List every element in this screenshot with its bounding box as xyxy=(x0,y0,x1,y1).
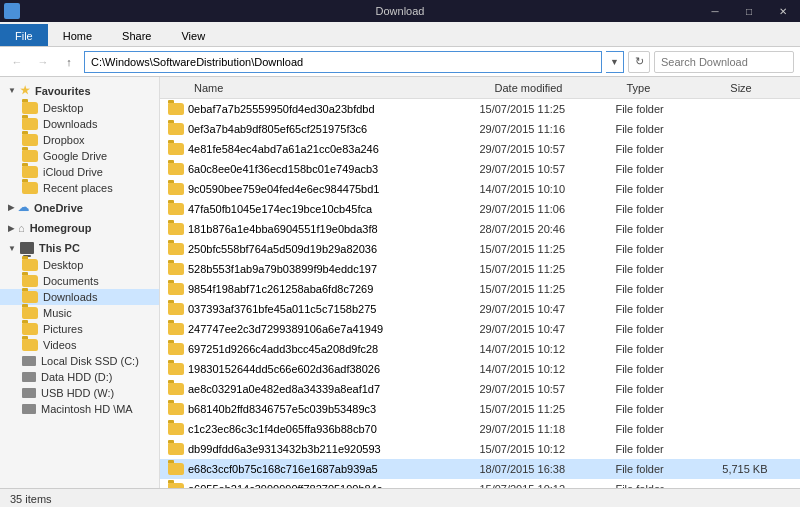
sidebar-item-documents[interactable]: Documents xyxy=(0,273,159,289)
file-date: 29/07/2015 10:57 xyxy=(479,383,615,395)
table-row[interactable]: 19830152644dd5c66e602d36adf38026 14/07/2… xyxy=(160,359,800,379)
table-row[interactable]: 6a0c8ee0e41f36ecd158bc01e749acb3 29/07/2… xyxy=(160,159,800,179)
sidebar-item-label: Local Disk SSD (C:) xyxy=(41,355,139,367)
folder-icon xyxy=(168,283,184,295)
sidebar-item-desktop-pc[interactable]: Desktop xyxy=(0,257,159,273)
address-input[interactable] xyxy=(84,51,602,73)
sidebar-group-homegroup[interactable]: ▶ ⌂ Homegroup xyxy=(0,219,159,237)
file-name: ae8c03291a0e482ed8a34339a8eaf1d7 xyxy=(188,383,479,395)
col-header-type[interactable]: Type xyxy=(620,82,724,94)
tab-share[interactable]: Share xyxy=(107,24,166,46)
table-row[interactable]: 4e81fe584ec4abd7a61a21cc0e83a246 29/07/2… xyxy=(160,139,800,159)
table-row[interactable]: 247747ee2c3d7299389106a6e7a41949 29/07/2… xyxy=(160,319,800,339)
title-bar-buttons: ─ □ ✕ xyxy=(698,0,800,22)
table-row[interactable]: c1c23ec86c3c1f4de065ffa936b88cb70 29/07/… xyxy=(160,419,800,439)
folder-icon xyxy=(168,103,184,115)
sidebar-item-downloads-fav[interactable]: Downloads xyxy=(0,116,159,132)
table-row[interactable]: 697251d9266c4add3bcc45a208d9fc28 14/07/2… xyxy=(160,339,800,359)
sidebar-item-google-drive[interactable]: Google Drive xyxy=(0,148,159,164)
table-row[interactable]: 181b876a1e4bba6904551f19e0bda3f8 28/07/2… xyxy=(160,219,800,239)
sidebar-item-music[interactable]: Music xyxy=(0,305,159,321)
file-date: 29/07/2015 11:06 xyxy=(479,203,615,215)
col-header-size[interactable]: Size xyxy=(724,82,800,94)
table-row[interactable]: db99dfdd6a3e9313432b3b211e920593 15/07/2… xyxy=(160,439,800,459)
table-row[interactable]: 47fa50fb1045e174ec19bce10cb45fca 29/07/2… xyxy=(160,199,800,219)
sidebar-item-desktop-fav[interactable]: Desktop xyxy=(0,100,159,116)
sidebar-item-usb-hdd-w[interactable]: USB HDD (W:) xyxy=(0,385,159,401)
table-row[interactable]: b68140b2ffd8346757e5c039b53489c3 15/07/2… xyxy=(160,399,800,419)
table-row[interactable]: ae8c03291a0e482ed8a34339a8eaf1d7 29/07/2… xyxy=(160,379,800,399)
sidebar-group-onedrive[interactable]: ▶ ☁ OneDrive xyxy=(0,198,159,217)
folder-icon xyxy=(22,118,38,130)
col-header-name[interactable]: Name xyxy=(188,82,489,94)
folder-icon xyxy=(22,134,38,146)
file-type: File folder xyxy=(615,163,722,175)
sidebar-section-homegroup: ▶ ⌂ Homegroup xyxy=(0,219,159,237)
folder-icon xyxy=(168,123,184,135)
tab-home[interactable]: Home xyxy=(48,24,107,46)
folder-icon xyxy=(168,263,184,275)
back-button[interactable]: ← xyxy=(6,51,28,73)
sidebar-item-label: USB HDD (W:) xyxy=(41,387,114,399)
table-row[interactable]: 037393af3761bfe45a011c5c7158b275 29/07/2… xyxy=(160,299,800,319)
drive-icon xyxy=(22,356,36,366)
sidebar-group-favourites[interactable]: ▼ ★ Favourites xyxy=(0,81,159,100)
file-date: 18/07/2015 16:38 xyxy=(479,463,615,475)
table-row[interactable]: 0ebaf7a7b25559950fd4ed30a23bfdbd 15/07/2… xyxy=(160,99,800,119)
sidebar-item-label: Documents xyxy=(43,275,99,287)
sidebar-item-videos[interactable]: Videos xyxy=(0,337,159,353)
file-type: File folder xyxy=(615,383,722,395)
favourites-label: Favourites xyxy=(35,85,91,97)
table-row[interactable]: 0ef3a7b4ab9df805ef65cf251975f3c6 29/07/2… xyxy=(160,119,800,139)
sidebar-item-downloads[interactable]: Downloads xyxy=(0,289,159,305)
table-row[interactable]: 9854f198abf71c261258aba6fd8c7269 15/07/2… xyxy=(160,279,800,299)
search-input[interactable] xyxy=(654,51,794,73)
tab-view[interactable]: View xyxy=(166,24,220,46)
refresh-button[interactable]: ↻ xyxy=(628,51,650,73)
col-header-date[interactable]: Date modified xyxy=(489,82,621,94)
file-name: 247747ee2c3d7299389106a6e7a41949 xyxy=(188,323,479,335)
table-row[interactable]: 528b553f1ab9a79b03899f9b4eddc197 15/07/2… xyxy=(160,259,800,279)
file-name: 181b876a1e4bba6904551f19e0bda3f8 xyxy=(188,223,479,235)
folder-icon xyxy=(22,339,38,351)
maximize-button[interactable]: □ xyxy=(732,0,766,22)
file-type: File folder xyxy=(615,443,722,455)
sidebar-group-this-pc[interactable]: ▼ This PC xyxy=(0,239,159,257)
folder-icon xyxy=(168,403,184,415)
file-name: 0ebaf7a7b25559950fd4ed30a23bfdbd xyxy=(188,103,479,115)
file-name: 47fa50fb1045e174ec19bce10cb45fca xyxy=(188,203,479,215)
folder-icon xyxy=(168,223,184,235)
ribbon-tabs: File Home Share View xyxy=(0,22,800,46)
sidebar-item-icloud-drive[interactable]: iCloud Drive xyxy=(0,164,159,180)
app-icon xyxy=(4,3,20,19)
table-row[interactable]: e68c3ccf0b75c168c716e1687ab939a5 18/07/2… xyxy=(160,459,800,479)
file-date: 29/07/2015 11:18 xyxy=(479,423,615,435)
file-date: 29/07/2015 10:57 xyxy=(479,143,615,155)
folder-icon xyxy=(22,102,38,114)
cloud-icon: ☁ xyxy=(18,201,29,214)
sidebar-item-pictures[interactable]: Pictures xyxy=(0,321,159,337)
sidebar-item-local-disk-c[interactable]: Local Disk SSD (C:) xyxy=(0,353,159,369)
file-type: File folder xyxy=(615,143,722,155)
sidebar-item-mac-hd[interactable]: Macintosh HD \MA xyxy=(0,401,159,417)
table-row[interactable]: 250bfc558bf764a5d509d19b29a82036 15/07/2… xyxy=(160,239,800,259)
drive-icon xyxy=(22,404,36,414)
table-row[interactable]: 9c0590bee759e04fed4e6ec984475bd1 14/07/2… xyxy=(160,179,800,199)
sidebar-item-recent-places[interactable]: Recent places xyxy=(0,180,159,196)
up-button[interactable]: ↑ xyxy=(58,51,80,73)
star-icon: ★ xyxy=(20,84,30,97)
minimize-button[interactable]: ─ xyxy=(698,0,732,22)
folder-icon xyxy=(22,150,38,162)
sidebar-item-dropbox[interactable]: Dropbox xyxy=(0,132,159,148)
forward-button[interactable]: → xyxy=(32,51,54,73)
sidebar-item-data-hdd-d[interactable]: Data HDD (D:) xyxy=(0,369,159,385)
close-button[interactable]: ✕ xyxy=(766,0,800,22)
tab-file[interactable]: File xyxy=(0,24,48,46)
sidebar-section-onedrive: ▶ ☁ OneDrive xyxy=(0,198,159,217)
address-dropdown[interactable]: ▼ xyxy=(606,51,624,73)
file-type: File folder xyxy=(615,263,722,275)
file-date: 15/07/2015 11:25 xyxy=(479,263,615,275)
table-row[interactable]: e6055eb214c3990990ff782705190b84c 15/07/… xyxy=(160,479,800,488)
sidebar-item-label: Desktop xyxy=(43,102,83,114)
file-name: 9c0590bee759e04fed4e6ec984475bd1 xyxy=(188,183,479,195)
